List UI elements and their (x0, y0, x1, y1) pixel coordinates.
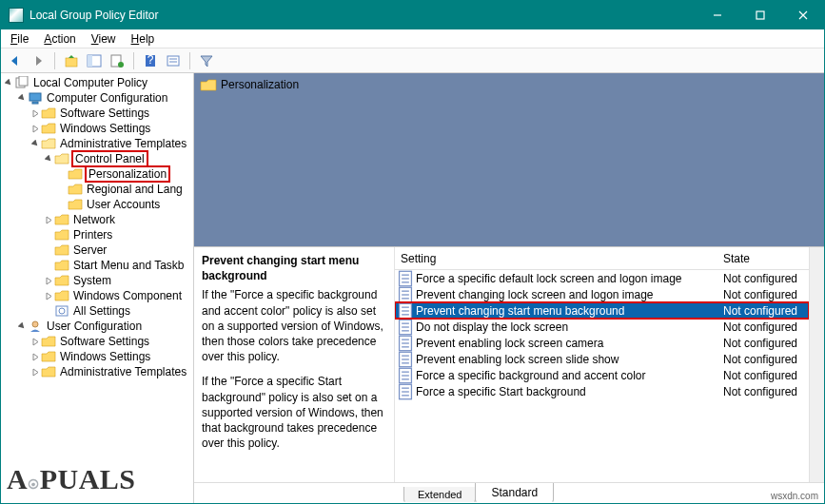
expand-icon[interactable] (29, 338, 41, 346)
expand-icon[interactable] (43, 292, 54, 300)
tree-item-regional[interactable]: Regional and Lang (1, 182, 193, 197)
tree-label: Windows Component (71, 289, 184, 302)
expand-icon[interactable] (29, 140, 41, 148)
folder-icon (68, 198, 83, 211)
setting-row[interactable]: Prevent enabling lock screen cameraNot c… (395, 335, 809, 351)
setting-state: Not configured (723, 320, 809, 334)
properties-button[interactable] (107, 50, 128, 71)
tree-item-user-windows[interactable]: Windows Settings (1, 349, 193, 364)
menu-view[interactable]: View (84, 31, 124, 47)
menu-action[interactable]: Action (36, 31, 83, 47)
policy-item-icon (397, 351, 414, 368)
column-headers[interactable]: Setting State (395, 247, 809, 270)
setting-row[interactable]: Force a specific default lock screen and… (395, 270, 809, 286)
expand-icon[interactable] (29, 368, 41, 377)
expand-icon[interactable] (16, 94, 28, 103)
setting-row[interactable]: Force a specific Start backgroundNot con… (395, 383, 809, 399)
tree-computer-config[interactable]: Computer Configuration (1, 90, 193, 106)
minimize-button[interactable] (696, 1, 738, 29)
close-button[interactable] (781, 1, 824, 29)
svg-rect-12 (19, 76, 28, 86)
scrollbar[interactable] (809, 247, 824, 482)
svg-text:?: ? (147, 53, 154, 67)
tree-item-start-menu[interactable]: Start Menu and Taskb (1, 258, 193, 273)
expand-icon[interactable] (43, 216, 54, 224)
forward-button[interactable] (28, 50, 49, 71)
folder-icon (54, 243, 69, 257)
setting-row[interactable]: Prevent changing start menu backgroundNo… (395, 302, 809, 319)
setting-name: Force a specific background and accent c… (414, 369, 723, 382)
tree-label: All Settings (71, 304, 132, 318)
folder-icon (200, 77, 217, 92)
menu-help[interactable]: Help (124, 31, 163, 47)
tree-item-personalization[interactable]: Personalization (1, 166, 193, 182)
window-title: Local Group Policy Editor (29, 9, 696, 22)
tree-item-control-panel[interactable]: Control Panel (1, 151, 193, 166)
settings-rows[interactable]: Force a specific default lock screen and… (395, 270, 809, 482)
tree-item-user-accounts[interactable]: User Accounts (1, 197, 193, 212)
help-button[interactable]: ? (140, 50, 161, 71)
expand-icon[interactable] (43, 155, 54, 164)
tree-item-server[interactable]: Server (1, 242, 193, 258)
policy-item-icon (397, 383, 414, 400)
setting-name: Force a specific default lock screen and… (414, 272, 723, 285)
tree-label: Administrative Templates (58, 365, 188, 378)
tree-item-printers[interactable]: Printers (1, 227, 193, 242)
tree-item-all-settings[interactable]: All Settings (1, 303, 193, 319)
show-hide-tree-button[interactable] (84, 50, 105, 71)
menu-file[interactable]: File (3, 31, 36, 47)
tree-item-system[interactable]: System (1, 273, 193, 288)
tree-root[interactable]: Local Computer Policy (1, 75, 193, 90)
breadcrumb: Personalization (200, 77, 299, 92)
expand-icon[interactable] (3, 79, 14, 87)
tree-item-software[interactable]: Software Settings (1, 106, 193, 121)
svg-rect-0 (756, 11, 764, 19)
setting-row[interactable]: Prevent enabling lock screen slide showN… (395, 351, 809, 367)
tree-label: Personalization (85, 165, 170, 183)
tree-item-admin-templates[interactable]: Administrative Templates (1, 136, 193, 151)
folder-icon (54, 152, 69, 165)
maximize-button[interactable] (738, 1, 781, 29)
menu-bar: File Action View Help (1, 29, 824, 48)
expand-icon[interactable] (29, 353, 41, 361)
options-button[interactable] (163, 50, 184, 71)
content-pane: Personalization Prevent changing start m… (194, 73, 824, 503)
settings-icon (54, 304, 69, 318)
setting-row[interactable]: Do not display the lock screenNot config… (395, 319, 809, 335)
breadcrumb-label: Personalization (221, 78, 299, 91)
tree-item-windows[interactable]: Windows Settings (1, 121, 193, 136)
tree-label: User Configuration (45, 320, 144, 333)
expand-icon[interactable] (29, 109, 41, 118)
up-button[interactable] (61, 50, 82, 71)
expand-icon[interactable] (43, 277, 54, 285)
filter-button[interactable] (196, 50, 217, 71)
tree-item-user-software[interactable]: Software Settings (1, 334, 193, 349)
lower-split: Prevent changing start menu background I… (194, 246, 824, 482)
folder-icon (41, 107, 56, 120)
setting-row[interactable]: Force a specific background and accent c… (395, 367, 809, 383)
tree-item-user-admin[interactable]: Administrative Templates (1, 364, 193, 379)
folder-icon (54, 274, 69, 287)
expand-icon[interactable] (16, 322, 28, 331)
title-bar[interactable]: Local Group Policy Editor (1, 1, 824, 29)
back-button[interactable] (5, 50, 26, 71)
tree-label: Software Settings (58, 335, 151, 348)
expand-icon[interactable] (29, 125, 41, 133)
setting-state: Not configured (723, 272, 809, 285)
tab-standard[interactable]: Standard (475, 483, 554, 503)
tab-extended[interactable]: Extended (403, 487, 476, 503)
setting-description-2: If the "Force a specific Start backgroun… (202, 374, 384, 451)
column-setting[interactable]: Setting (395, 252, 723, 265)
tree-user-config[interactable]: User Configuration (1, 319, 193, 334)
folder-icon (54, 289, 69, 302)
tree-item-windows-components[interactable]: Windows Component (1, 288, 193, 303)
folder-icon (54, 228, 69, 242)
tree-label: Server (71, 243, 108, 257)
setting-description-1: If the "Force a specific background and … (202, 287, 384, 364)
folder-icon (68, 183, 83, 196)
setting-row[interactable]: Prevent changing lock screen and logon i… (395, 286, 809, 302)
column-state[interactable]: State (723, 252, 809, 265)
setting-title: Prevent changing start menu background (202, 253, 384, 283)
nav-tree[interactable]: Local Computer Policy Computer Configura… (1, 73, 194, 503)
tree-item-network[interactable]: Network (1, 212, 193, 227)
